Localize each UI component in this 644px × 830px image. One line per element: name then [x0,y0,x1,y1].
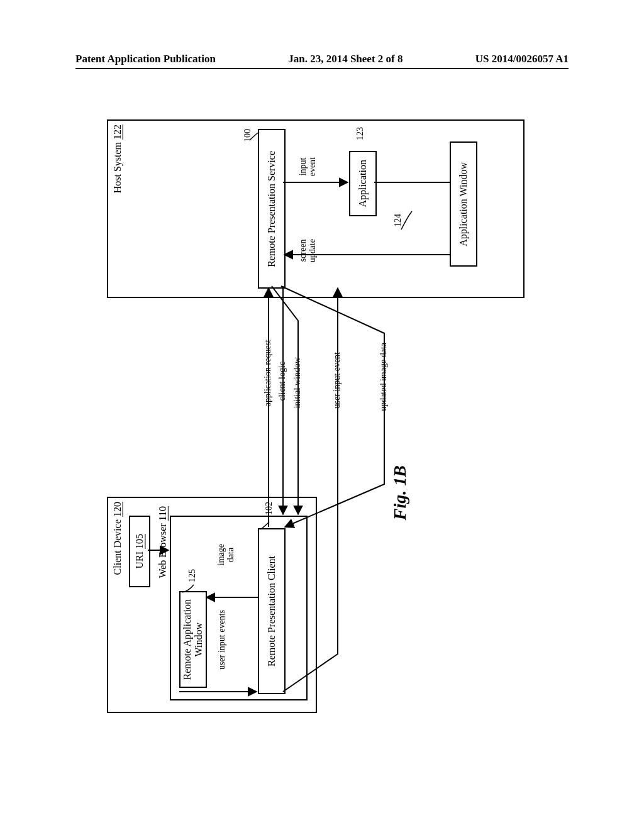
arrows-layer [94,107,547,736]
diagram-canvas: Client Device 120 URI 105 Web Browser 11… [94,107,547,736]
header-left: Patent Application Publication [75,53,216,65]
header-right: US 2014/0026057 A1 [475,53,569,65]
page-header: Patent Application Publication Jan. 23, … [75,53,569,65]
header-center: Jan. 23, 2014 Sheet 2 of 8 [288,53,402,65]
header-rule [75,68,569,69]
